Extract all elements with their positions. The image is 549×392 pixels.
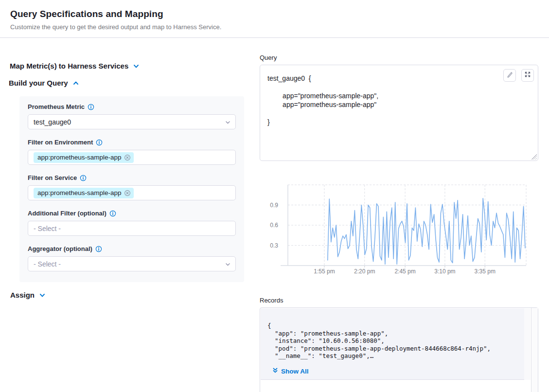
query-actions xyxy=(503,69,534,82)
info-icon[interactable] xyxy=(96,139,103,146)
filter-environment-label-text: Filter on Environment xyxy=(28,139,93,146)
filter-service-label-text: Filter on Service xyxy=(28,174,77,181)
svg-text:0.6: 0.6 xyxy=(270,222,278,229)
info-icon[interactable] xyxy=(80,175,87,181)
resize-handle[interactable] xyxy=(531,154,537,160)
query-builder-form: Prometheus Metric test_gauge0 Filter on … xyxy=(19,96,244,282)
prometheus-metric-value: test_gauge0 xyxy=(34,118,71,126)
environment-filter-chip: app:prometheus-sample-app xyxy=(34,152,134,163)
chevron-up-icon xyxy=(72,80,79,87)
chevron-down-icon xyxy=(225,119,231,125)
info-icon[interactable] xyxy=(109,210,116,217)
filter-service-input[interactable]: app:prometheus-sample-app xyxy=(28,185,236,200)
expand-icon xyxy=(524,71,531,80)
show-all-link[interactable]: Show All xyxy=(272,367,309,375)
double-chevron-down-icon xyxy=(272,367,278,375)
svg-text:2:20 pm: 2:20 pm xyxy=(354,268,375,275)
remove-chip-icon[interactable] xyxy=(124,154,131,161)
metric-trend-chart: 0.30.60.91:55 pm2:20 pm2:45 pm3:10 pm3:3… xyxy=(260,181,538,276)
aggregator-label: Aggregator (optional) xyxy=(28,245,236,252)
trend-chart-svg: 0.30.60.91:55 pm2:20 pm2:45 pm3:10 pm3:3… xyxy=(260,181,538,276)
page-title: Query Specifications and Mapping xyxy=(10,9,163,19)
prometheus-metric-label-text: Prometheus Metric xyxy=(28,103,85,110)
svg-text:2:45 pm: 2:45 pm xyxy=(394,268,415,275)
svg-text:3:10 pm: 3:10 pm xyxy=(434,268,455,275)
aggregator-select[interactable]: - Select - xyxy=(28,256,236,271)
filter-environment-input[interactable]: app:prometheus-sample-app xyxy=(28,150,236,165)
aggregator-label-text: Aggregator (optional) xyxy=(28,245,92,252)
additional-filter-label: Additional Filter (optional) xyxy=(28,210,236,217)
remove-chip-icon[interactable] xyxy=(124,190,131,196)
pencil-icon xyxy=(506,71,514,80)
expand-query-button[interactable] xyxy=(521,69,534,82)
chevron-down-icon xyxy=(225,261,231,267)
page-subtitle: Customize the query to get the desired o… xyxy=(10,23,221,31)
section-build-query[interactable]: Build your Query xyxy=(9,79,79,87)
section-map-metrics-label: Map Metric(s) to Harness Services xyxy=(10,62,128,70)
section-build-query-label: Build your Query xyxy=(9,79,68,87)
chevron-down-icon xyxy=(133,63,140,70)
prometheus-metric-select[interactable]: test_gauge0 xyxy=(28,114,236,129)
record-item: { "app": "prometheus-sample-app", "insta… xyxy=(261,308,524,380)
svg-text:3:35 pm: 3:35 pm xyxy=(475,268,496,275)
filter-environment-label: Filter on Environment xyxy=(28,139,236,146)
info-icon[interactable] xyxy=(88,104,94,110)
svg-text:0.3: 0.3 xyxy=(270,242,278,249)
additional-filter-placeholder: - Select - xyxy=(34,225,61,232)
records-panel: { "app": "prometheus-sample-app", "insta… xyxy=(260,307,538,392)
record-card-gutter xyxy=(524,308,531,380)
aggregator-placeholder: - Select - xyxy=(34,260,61,268)
chevron-down-icon xyxy=(39,292,46,299)
record-json-text: { "app": "prometheus-sample-app", "insta… xyxy=(267,322,491,360)
environment-filter-chip-text: app:prometheus-sample-app xyxy=(37,154,122,161)
query-editor[interactable]: test_gauge0 { app="prometheus-sample-app… xyxy=(260,65,538,161)
query-text: test_gauge0 { app="prometheus-sample-app… xyxy=(267,74,378,126)
prometheus-metric-label: Prometheus Metric xyxy=(28,103,236,110)
edit-query-button[interactable] xyxy=(503,69,516,82)
service-filter-chip-text: app:prometheus-sample-app xyxy=(37,189,122,197)
section-assign-label: Assign xyxy=(10,291,35,299)
filter-service-label: Filter on Service xyxy=(28,174,236,181)
records-panel-label: Records xyxy=(260,297,283,304)
additional-filter-input[interactable]: - Select - xyxy=(28,221,236,236)
query-panel-label: Query xyxy=(260,54,277,61)
trend-line xyxy=(328,198,525,265)
section-map-metrics[interactable]: Map Metric(s) to Harness Services xyxy=(10,62,140,70)
svg-text:1:55 pm: 1:55 pm xyxy=(314,268,335,275)
service-filter-chip: app:prometheus-sample-app xyxy=(34,188,134,198)
svg-text:0.9: 0.9 xyxy=(270,202,278,209)
info-icon[interactable] xyxy=(95,246,102,252)
page-header: Query Specifications and Mapping Customi… xyxy=(0,0,549,38)
show-all-label: Show All xyxy=(281,368,309,375)
section-assign[interactable]: Assign xyxy=(10,291,46,299)
additional-filter-label-text: Additional Filter (optional) xyxy=(28,210,106,217)
records-scrollbar[interactable] xyxy=(531,308,538,392)
